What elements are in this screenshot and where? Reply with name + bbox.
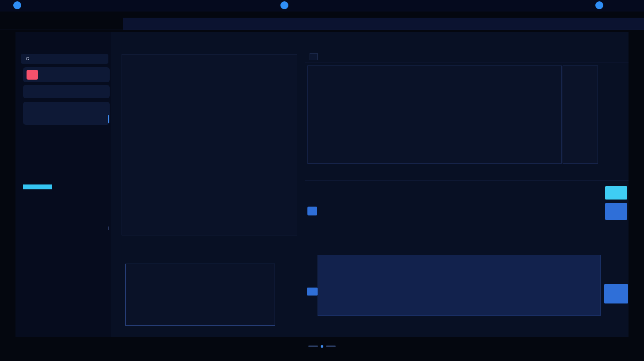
pager-dash[interactable] xyxy=(326,346,336,347)
topbar xyxy=(0,0,644,12)
sidebar-text-2 xyxy=(25,135,27,141)
area-left-chip[interactable] xyxy=(307,207,317,215)
oscillator-plot[interactable] xyxy=(318,255,600,315)
sidebar-scrollbar-thumb[interactable] xyxy=(108,115,109,123)
watch-list-column xyxy=(601,65,629,164)
pager-active-dot[interactable] xyxy=(321,345,323,348)
cyan-action-button[interactable] xyxy=(605,186,627,200)
sidebar-stat-row[interactable] xyxy=(21,54,108,64)
brand-logo-icon[interactable] xyxy=(13,1,21,9)
symbol-chip[interactable] xyxy=(310,53,318,60)
sidebar-trade-row[interactable] xyxy=(23,102,110,125)
right-candle-chart[interactable] xyxy=(307,65,562,164)
content-area xyxy=(15,32,629,337)
pager-dash[interactable] xyxy=(308,346,318,347)
progress-bar xyxy=(23,184,52,189)
right-candle-plot[interactable] xyxy=(333,69,561,163)
app-logo-icon xyxy=(280,1,288,9)
candlestick-plot[interactable] xyxy=(122,54,297,235)
blue-action-button[interactable] xyxy=(605,203,627,220)
sidebar xyxy=(15,32,111,337)
sidebar-flag-row[interactable] xyxy=(23,85,110,98)
oscillator-button[interactable] xyxy=(604,284,628,303)
red-volume-plot[interactable] xyxy=(126,264,275,325)
go-badge xyxy=(27,70,38,80)
oscillator-x-axis xyxy=(318,318,601,323)
oscillator-chip[interactable] xyxy=(307,288,318,296)
main-candle-chart[interactable] xyxy=(122,54,297,235)
divider xyxy=(305,248,629,248)
app-root xyxy=(0,0,644,361)
search-input[interactable] xyxy=(123,18,644,30)
search-row xyxy=(0,17,644,30)
volume-y-axis xyxy=(115,264,124,326)
status-dot-icon xyxy=(26,57,29,60)
sidebar-scrollbar-tick xyxy=(108,227,109,230)
oscillator-chart[interactable] xyxy=(318,255,601,316)
divider xyxy=(305,62,629,62)
user-menu-icon[interactable] xyxy=(595,1,603,9)
divider xyxy=(27,117,43,117)
carousel-pager xyxy=(0,342,644,350)
sidebar-alert-row[interactable] xyxy=(23,67,110,82)
purple-area-plot[interactable] xyxy=(318,183,601,237)
divider xyxy=(305,180,629,181)
red-volume-chart[interactable] xyxy=(125,264,275,326)
price-scale-column xyxy=(563,65,598,164)
